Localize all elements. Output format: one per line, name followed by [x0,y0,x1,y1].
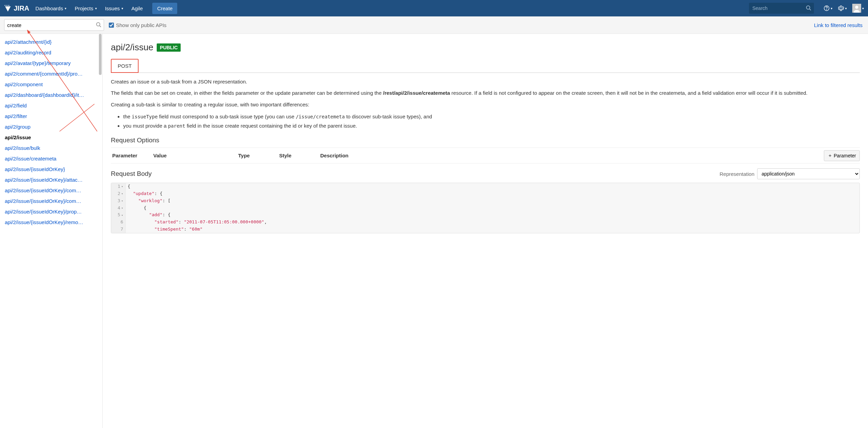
sidebar-item[interactable]: api/2/comment/{commentId}/pro… [0,68,102,79]
col-value: Value [152,148,237,163]
main-layout: api/2/attachment/{id}api/2/auditing/reco… [0,34,868,428]
sidebar-item[interactable]: api/2/issue/createmeta [0,153,102,164]
sidebar-item[interactable]: api/2/component [0,79,102,90]
sidebar-item[interactable]: api/2/issue/{issueIdOrKey} [0,164,102,174]
col-parameter: Parameter [111,148,152,163]
sidebar[interactable]: api/2/attachment/{id}api/2/auditing/reco… [0,34,103,428]
desc-li1: the issueType field must correspond to a… [123,112,860,121]
nav-projects[interactable]: Projects▾ [75,5,96,11]
svg-point-8 [855,6,858,9]
avatar-icon [852,4,861,13]
description: Creates an issue or a sub-task from a JS… [111,78,860,130]
caret-icon: ▾ [95,7,97,10]
sidebar-item[interactable]: api/2/auditing/record [0,47,102,58]
col-style: Style [278,148,319,163]
public-badge: PUBLIC [157,43,181,52]
sidebar-item[interactable]: api/2/attachment/{id} [0,37,102,47]
sidebar-item[interactable]: api/2/issue/{issueIdOrKey}/com… [0,185,102,196]
link-filtered-results[interactable]: Link to filtered results [814,22,863,28]
add-parameter-button[interactable]: ＋Parameter [824,150,860,161]
nav-dashboards[interactable]: Dashboards▾ [36,5,67,11]
nav-search-wrap [749,3,814,14]
nav-search-input[interactable] [749,3,814,14]
sidebar-item[interactable]: api/2/issue/{issueIdOrKey}/com… [0,196,102,206]
jira-logo-text: JIRA [14,4,29,12]
show-public-checkbox[interactable]: Show only public APIs [109,22,167,28]
request-body-heading: Request Body [111,170,152,178]
request-body-code[interactable]: 1 ▾{2 ▾ "update": {3 ▾ "worklog": [4 ▾ {… [111,183,860,233]
sidebar-item[interactable]: api/2/avatar/{type}/temporary [0,58,102,68]
representation-select[interactable]: application/json [757,168,860,179]
content: api/2/issue PUBLIC POST Creates an issue… [103,34,868,428]
show-public-checkbox-input[interactable] [109,23,114,28]
jira-logo-icon [4,4,12,12]
svg-point-0 [4,5,5,6]
sidebar-item[interactable]: api/2/issue/{issueIdOrKey}/remo… [0,217,102,228]
scrollbar[interactable] [99,34,102,75]
sidebar-item[interactable]: api/2/group [0,121,102,132]
api-path-title: api/2/issue [111,42,153,53]
show-public-label: Show only public APIs [116,22,167,28]
create-button[interactable]: Create [152,3,177,14]
profile-menu[interactable]: ▾ [852,4,864,13]
request-options-header: Parameter Value Type Style Description ＋… [111,147,860,164]
desc-p2: The fields that can be set on create, in… [111,89,860,97]
sidebar-item[interactable]: api/2/issue/{issueIdOrKey}/attac… [0,174,102,185]
api-search-wrap [4,19,104,31]
nav-items: Dashboards▾ Projects▾ Issues▾ Agile Crea… [36,3,178,14]
jira-logo[interactable]: JIRA [4,4,29,12]
api-search-input[interactable] [4,19,104,31]
topnav: JIRA Dashboards▾ Projects▾ Issues▾ Agile… [0,0,868,16]
sidebar-item[interactable]: api/2/dashboard/{dashboardId}/it… [0,90,102,100]
nav-issues[interactable]: Issues▾ [105,5,123,11]
caret-icon: ▾ [65,7,66,10]
desc-p1: Creates an issue or a sub-task from a JS… [111,78,860,86]
svg-point-2 [8,5,9,6]
caret-icon: ▾ [121,7,123,10]
page-title: api/2/issue PUBLIC [111,42,860,53]
method-tabs: POST [111,59,860,73]
tab-post[interactable]: POST [111,59,139,73]
sidebar-item[interactable]: api/2/issue/bulk [0,143,102,153]
col-description: Description [319,148,824,163]
admin-menu[interactable]: ▾ [838,5,847,11]
api-toolbar: Show only public APIs Link to filtered r… [0,16,868,34]
help-menu[interactable]: ▾ [824,5,832,11]
sidebar-item[interactable]: api/2/field [0,100,102,111]
desc-p3: Creating a sub-task is similar to creati… [111,101,860,108]
request-options-heading: Request Options [111,137,860,144]
svg-point-6 [827,10,827,10]
representation-label: Representation [720,171,754,177]
col-type: Type [237,148,278,163]
sidebar-item[interactable]: api/2/issue/{issueIdOrKey}/prop… [0,206,102,217]
sidebar-item[interactable]: api/2/filter [0,111,102,121]
request-body-row: Request Body Representation application/… [111,168,860,179]
svg-point-1 [7,5,8,6]
nav-agile[interactable]: Agile [131,5,143,11]
plus-icon: ＋ [828,153,832,159]
sidebar-item[interactable]: api/2/issue [0,132,102,143]
desc-li2: you must provide a parent field in the i… [123,121,860,130]
